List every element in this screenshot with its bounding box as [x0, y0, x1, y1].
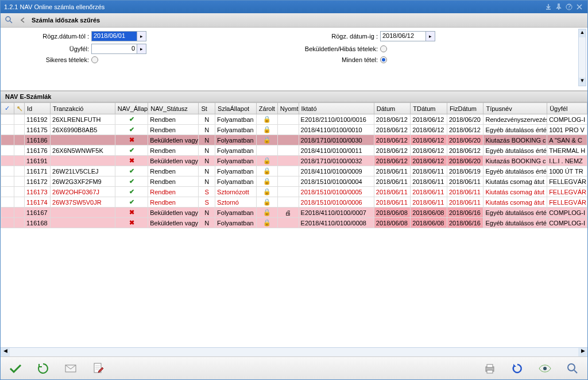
col-key[interactable] [14, 103, 24, 114]
cell-nav-allap: ✖ [115, 208, 148, 218]
edit-button[interactable] [88, 360, 109, 377]
recycle-button[interactable] [33, 360, 53, 377]
cell-tdatum: 2018/06/11 [411, 197, 447, 208]
cell-datum: 2018/06/12 [374, 125, 411, 135]
table-row[interactable]: 11617426W37SW5V0JR✔RendbenSSztornó🔒2018/… [1, 197, 587, 208]
col-zarolt[interactable]: Zárolt [256, 103, 277, 114]
cell-nav-statusz: Rendben [148, 166, 199, 176]
download-icon[interactable] [544, 2, 553, 11]
cross-icon: ✖ [129, 219, 134, 226]
cell-iktato: 2018/4110/0100/0010 [299, 125, 374, 135]
svg-point-10 [568, 364, 575, 371]
cell-tipusnev: Rendezvényszervezés [483, 114, 547, 125]
table-row[interactable]: 11617326W2OHF0367J✔RendbenSSztornózott🔒2… [1, 187, 587, 197]
cell-zarolt: 🔒 [256, 187, 277, 197]
pin-icon[interactable] [554, 2, 563, 11]
col-nav-allap[interactable]: NAV_Állap [115, 103, 148, 114]
col-datum[interactable]: Dátum [374, 103, 411, 114]
help-icon[interactable]: ? [564, 2, 574, 11]
table-row[interactable]: 116168✖Beküldetlen vagyNFolyamatban🔒E201… [1, 218, 587, 228]
ugyfel-input[interactable]: 0 [91, 44, 137, 54]
cell-nyom [277, 166, 299, 176]
cell-tdatum: 2018/06/08 [411, 208, 447, 218]
sikeres-radio[interactable] [91, 56, 98, 63]
col-st[interactable]: St [199, 103, 215, 114]
date-to-picker-icon[interactable]: ▸ [426, 31, 435, 41]
cell-zarolt: 🔒 [256, 114, 277, 125]
confirm-button[interactable] [5, 360, 26, 377]
table-row[interactable]: 11617626X6N5WNWF5K✔RendbenNFolyamatban20… [1, 145, 587, 156]
ugyfel-picker-icon[interactable]: ▸ [137, 44, 146, 54]
print-button[interactable] [479, 360, 500, 377]
cell-id: 116176 [24, 145, 50, 156]
cell-tipusnev: Kiutazás BOOKING c [483, 156, 547, 166]
cell-tipusnev: Egyéb átutalásos érté [483, 145, 547, 156]
col-tdatum[interactable]: TDátum [411, 103, 447, 114]
scroll-down-icon[interactable]: ▼ [579, 78, 586, 86]
refresh-button[interactable] [507, 360, 528, 377]
cell-datum: 2018/06/11 [374, 166, 411, 176]
col-iktato[interactable]: Iktató [299, 103, 374, 114]
cell-nav-allap: ✖ [115, 135, 148, 145]
search-button[interactable] [562, 360, 583, 377]
col-nav-statusz[interactable]: NAV_Státusz [148, 103, 199, 114]
cross-icon: ✖ [129, 209, 134, 216]
table-row[interactable]: 116186✖Beküldetlen vagyNFolyamatban🔒2018… [1, 135, 587, 145]
mail-button[interactable] [60, 360, 81, 377]
cell-zarolt: 🔒 [256, 135, 277, 145]
svg-text:?: ? [567, 3, 571, 10]
table-row[interactable]: 11619226XLRENLFUTH✔RendbenNFolyamatban🔒E… [1, 114, 587, 125]
date-to-label: Rögz. dátum-ig : [294, 33, 380, 40]
cell-tranzakcio: 26W21LV5CLEJ [51, 166, 115, 176]
chevron-left-icon[interactable] [18, 15, 28, 25]
cell-fizdatum: 2018/06/16 [447, 208, 483, 218]
scroll-right-icon[interactable]: ▶ [578, 348, 587, 356]
close-icon[interactable] [575, 2, 584, 11]
filter-header: Számla időszak szűrés [1, 13, 587, 28]
date-from-input[interactable]: 2018/06/01 [91, 31, 137, 41]
cell-ugyfel: COMPLOG-I [547, 218, 587, 228]
col-tranzakcio[interactable]: Tranzakció [51, 103, 115, 114]
col-id[interactable]: Id [24, 103, 50, 114]
cell-iktato: 2018/4110/0100/0009 [299, 166, 374, 176]
cell-nav-statusz: Beküldetlen vagy [148, 218, 199, 228]
cell-st: S [199, 187, 215, 197]
filter-scrollbar[interactable]: ▲ ▼ [578, 29, 586, 86]
scroll-left-icon[interactable]: ◀ [1, 348, 10, 356]
cell-zarolt: 🔒 [256, 125, 277, 135]
cell-tranzakcio: 26W37SW5V0JR [51, 197, 115, 208]
cell-tdatum: 2018/06/08 [411, 218, 447, 228]
table-header-row: ✓ Id Tranzakció NAV_Állap NAV_Státusz St… [1, 103, 587, 114]
cell-iktato: E2018/2110/0100/0016 [299, 114, 374, 125]
eye-button[interactable] [535, 360, 555, 377]
date-to-input[interactable]: 2018/06/12 [380, 31, 426, 41]
col-tipusnev[interactable]: Típusnév [483, 103, 547, 114]
cell-nyom [277, 125, 299, 135]
search-icon[interactable] [4, 15, 14, 25]
invoice-table[interactable]: ✓ Id Tranzakció NAV_Állap NAV_Státusz St… [1, 102, 587, 228]
cell-ugyfel: A "SAN & C [547, 135, 587, 145]
cell-id: 116173 [24, 187, 50, 197]
table-row[interactable]: 11617526X6990B8AB5✔RendbenNFolyamatban🔒2… [1, 125, 587, 135]
minden-radio[interactable] [380, 56, 387, 63]
table-row[interactable]: 116191✖Beküldetlen vagyNFolyamatban🔒2018… [1, 156, 587, 166]
table-row[interactable]: 116167✖Beküldetlen vagyNFolyamatban🔒🖨E20… [1, 208, 587, 218]
bekuldetlen-radio[interactable] [380, 45, 387, 52]
col-fizdatum[interactable]: FizDátum [447, 103, 483, 114]
col-check[interactable]: ✓ [1, 103, 14, 114]
cell-szlaallapot: Folyamatban [215, 218, 257, 228]
cell-tranzakcio [51, 135, 115, 145]
date-from-picker-icon[interactable]: ▸ [137, 31, 146, 41]
col-ugyfel[interactable]: Ügyfél [547, 103, 587, 114]
cell-tipusnev: Kiutatás csomag átut [483, 176, 547, 187]
scroll-up-icon[interactable]: ▲ [579, 29, 586, 37]
col-nyom[interactable]: Nyomt [277, 103, 299, 114]
cell-iktato: 2018/1510/0100/0005 [299, 187, 374, 197]
table-row[interactable]: 11617126W21LV5CLEJ✔RendbenNFolyamatban🔒2… [1, 166, 587, 176]
cell-tipusnev: Egyéb átutalásos érté [483, 218, 547, 228]
grid-area: ✓ Id Tranzakció NAV_Állap NAV_Státusz St… [1, 102, 587, 347]
grid-hscrollbar[interactable]: ◀ ▶ [1, 347, 587, 356]
table-row[interactable]: 11617226W2G3XF2FM9✔RendbenNFolyamatban🔒2… [1, 176, 587, 187]
cell-datum: 2018/06/12 [374, 135, 411, 145]
col-szlaallapot[interactable]: SzlaÁllapot [215, 103, 257, 114]
